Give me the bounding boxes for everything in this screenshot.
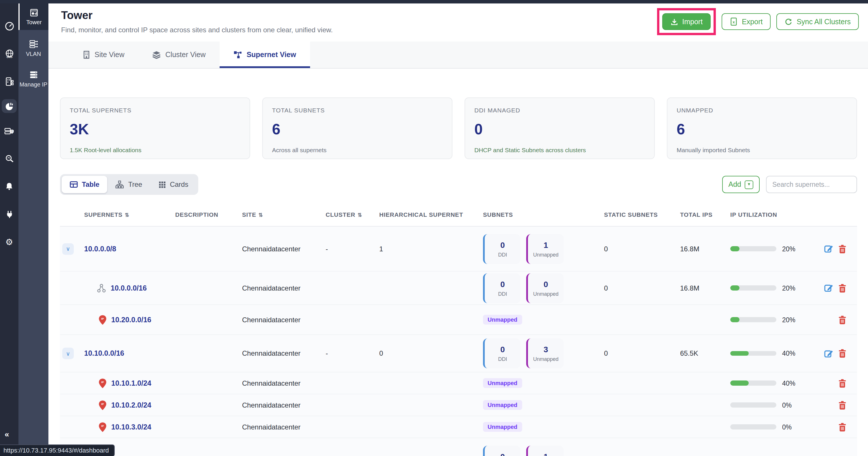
plug-icon xyxy=(4,209,14,219)
sidebar-item-settings[interactable]: ⚙ xyxy=(0,232,19,251)
ddi-count: 0 xyxy=(500,345,505,354)
supernet-link[interactable]: 10.0.0.0/16 xyxy=(111,284,147,292)
edit-button[interactable] xyxy=(824,283,834,293)
table-row: ∨ 10.20.0.0/16 Chennaidatacenter - 0 0DD… xyxy=(60,438,857,456)
bell-icon xyxy=(5,182,14,191)
sidebar-item-label: VLAN xyxy=(26,51,41,57)
supernet-link[interactable]: 10.10.1.0/24 xyxy=(111,379,151,387)
tab-label: Site View xyxy=(95,51,124,59)
table-row: ∨ 10.10.0.0/16 Chennaidatacenter - 0 0DD… xyxy=(60,335,857,372)
view-tree-button[interactable]: Tree xyxy=(107,176,150,193)
tab-label: Cluster View xyxy=(165,51,206,59)
ddi-count: 0 xyxy=(500,240,505,249)
main-content: Tower Find, monitor, and control IP spac… xyxy=(49,3,868,456)
col-header-subnets: SUBNETS xyxy=(473,211,588,218)
import-button[interactable]: Import xyxy=(662,13,711,30)
delete-button[interactable] xyxy=(838,378,847,388)
table-header-row: SUPERNETS⇅ DESCRIPTION SITE⇅ CLUSTER⇅ HI… xyxy=(60,203,857,226)
tab-site-view[interactable]: Site View xyxy=(69,41,138,68)
delete-button[interactable] xyxy=(838,283,847,293)
utilization-bar xyxy=(730,425,776,429)
sidebar-item-audit-search[interactable] xyxy=(0,149,19,168)
header-actions: Import x Export Sync All Clusters xyxy=(657,8,859,35)
expand-row-button[interactable]: ∨ xyxy=(62,243,74,254)
export-button[interactable]: x Export xyxy=(722,13,771,30)
stat-subtitle: Manually imported Subnets xyxy=(677,146,847,153)
view-cards-button[interactable]: Cards xyxy=(150,176,196,193)
utilization-percent: 0% xyxy=(782,401,792,408)
expand-row-button[interactable]: ∨ xyxy=(62,347,74,359)
supernet-link[interactable]: 10.10.2.0/24 xyxy=(111,401,151,409)
delete-button[interactable] xyxy=(838,244,847,253)
server-alert-icon: ! xyxy=(4,126,14,136)
unmapped-count: 1 xyxy=(544,240,548,249)
export-label: Export xyxy=(742,18,763,26)
sidebar-item-notifications[interactable] xyxy=(0,176,19,196)
delete-button[interactable] xyxy=(838,422,847,431)
sidebar-item-manage-ip[interactable]: Manage IP xyxy=(19,66,49,91)
svg-text:IP: IP xyxy=(101,424,104,427)
svg-text:IP: IP xyxy=(101,317,104,320)
col-header-supernets[interactable]: SUPERNETS⇅ xyxy=(81,211,161,218)
delete-button[interactable] xyxy=(838,349,847,358)
table-row: IP 10.10.2.0/24 Chennaidatacenter Unmapp… xyxy=(60,394,857,416)
search-supernets-input[interactable] xyxy=(766,176,857,193)
table-row: IP 10.10.1.0/24 Chennaidatacenter Unmapp… xyxy=(60,372,857,394)
sidebar-item-integrations[interactable] xyxy=(0,204,19,224)
sidebar-item-tower[interactable]: Tower xyxy=(19,3,49,30)
col-header-cluster[interactable]: CLUSTER⇅ xyxy=(326,211,375,218)
hierarchical-supernet-cell: 1 xyxy=(375,245,473,253)
utilization-percent: 0% xyxy=(782,423,792,430)
sidebar-item-dns[interactable]: DNS xyxy=(0,44,19,63)
site-cell: Chennaidatacenter xyxy=(242,284,326,292)
total-ips-cell: 16.8M xyxy=(657,245,712,253)
supernet-link[interactable]: 10.20.0.0/16 xyxy=(111,315,151,324)
sidebar-item-reports[interactable] xyxy=(2,99,17,113)
toolbar-right: Add ▾ xyxy=(722,176,857,193)
site-cell: Chennaidatacenter xyxy=(242,423,326,431)
pie-chart-icon xyxy=(4,101,14,111)
utilization-fill xyxy=(730,381,749,386)
utilization-fill xyxy=(730,246,740,251)
sidebar-item-infrastructure[interactable] xyxy=(0,71,19,91)
building-icon xyxy=(83,51,90,59)
ddi-label: DDI xyxy=(498,356,507,362)
unmapped-count: 3 xyxy=(544,345,548,354)
table-row: IP 10.20.0.0/16 Chennaidatacenter Unmapp… xyxy=(60,305,857,335)
delete-button[interactable] xyxy=(838,315,847,324)
sidebar-item-vlan[interactable]: VLAN xyxy=(19,35,49,61)
site-cell: Chennaidatacenter xyxy=(242,245,326,253)
supernet-link[interactable]: 10.0.0.0/8 xyxy=(84,245,116,253)
add-supernet-button[interactable]: Add ▾ xyxy=(722,176,760,193)
edit-button[interactable] xyxy=(824,348,834,358)
status-url-tooltip: https://10.73.17.95:9443/#/dashboard xyxy=(0,445,115,456)
sidebar-item-server-alerts[interactable]: ! xyxy=(0,121,19,141)
download-icon xyxy=(670,18,678,26)
static-subnets-cell: 0 xyxy=(588,284,657,292)
edit-button[interactable] xyxy=(824,244,834,254)
network-nodes-icon xyxy=(97,283,106,293)
supernet-link[interactable]: 10.10.0.0/16 xyxy=(84,349,124,358)
tab-cluster-view[interactable]: Cluster View xyxy=(138,41,220,68)
utilization-bar xyxy=(730,381,776,386)
hierarchical-supernet-cell: 0 xyxy=(375,349,473,358)
col-header-ip-utilization: IP UTILIZATION xyxy=(712,211,815,218)
sidebar-collapse-button[interactable]: « xyxy=(5,429,9,439)
col-header-site[interactable]: SITE⇅ xyxy=(242,211,326,218)
tab-supernet-view[interactable]: Supernet View xyxy=(220,41,310,68)
unmapped-label: Unmapped xyxy=(533,291,558,297)
sync-all-clusters-button[interactable]: Sync All Clusters xyxy=(776,13,859,30)
gear-wrench-icon: ⚙ xyxy=(5,237,13,246)
table-toolbar: Table Tree Cards Add ▾ xyxy=(60,174,857,195)
sidebar-item-label: Tower xyxy=(26,19,41,25)
supernet-link[interactable]: 10.10.3.0/24 xyxy=(111,423,151,431)
col-header-hierarchical-supernet: HIERARCHICAL SUPERNET xyxy=(375,211,473,218)
delete-button[interactable] xyxy=(838,400,847,409)
sidebar-item-dashboard[interactable] xyxy=(0,16,19,36)
view-table-button[interactable]: Table xyxy=(62,176,107,193)
utilization-fill xyxy=(730,286,740,291)
dns-globe-icon: DNS xyxy=(4,49,14,59)
import-label: Import xyxy=(682,18,703,26)
stat-value: 6 xyxy=(677,120,847,139)
static-subnets-cell: 0 xyxy=(588,245,657,253)
